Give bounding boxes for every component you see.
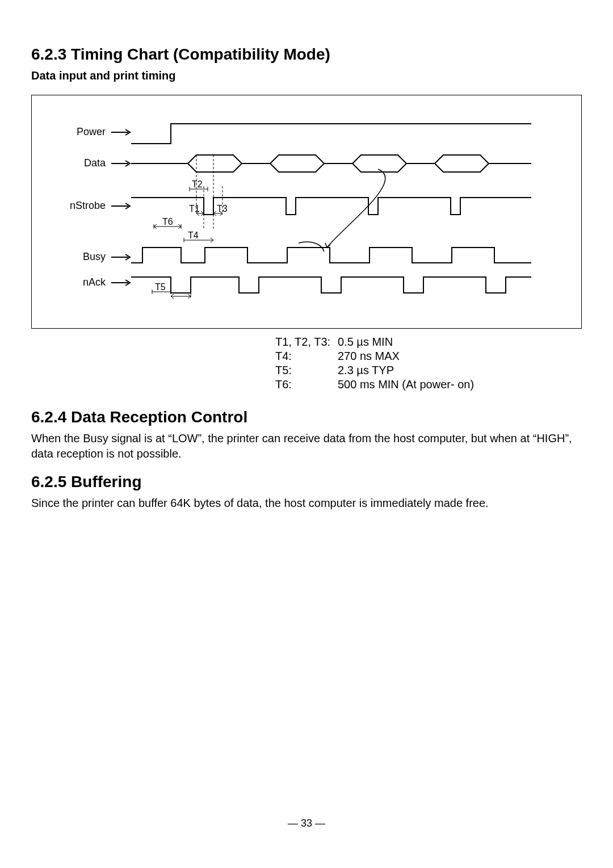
connector-arrow [327, 169, 385, 248]
timing-svg: Power Data nStrobe T2 T1 T3 T6 [43, 112, 554, 305]
legend-row: T6: 500 ms MIN (At power- on) [275, 378, 582, 391]
legend-row: T1, T2, T3: 0.5 µs MIN [275, 336, 582, 349]
data-eye-2 [270, 155, 324, 172]
legend-val: 500 ms MIN (At power- on) [338, 378, 474, 391]
t6-label: T6 [162, 217, 173, 227]
power-label: Power [77, 126, 106, 137]
nstrobe-label: nStrobe [70, 200, 106, 211]
legend-key: T1, T2, T3: [275, 336, 338, 349]
t5-label: T5 [155, 282, 166, 292]
power-trace [131, 124, 531, 144]
section-heading: 6.2.3 Timing Chart (Compatibility Mode) [31, 45, 582, 64]
legend-row: T4: 270 ns MAX [275, 350, 582, 363]
page-number: — 33 — [31, 817, 582, 829]
section-subtitle: Data input and print timing [31, 68, 582, 83]
t2-label: T2 [192, 179, 203, 189]
legend-val: 2.3 µs TYP [338, 364, 394, 377]
timing-legend: T1, T2, T3: 0.5 µs MIN T4: 270 ns MAX T5… [275, 336, 582, 391]
data-label: Data [84, 157, 106, 169]
busy-trace [131, 248, 531, 263]
legend-row: T5: 2.3 µs TYP [275, 364, 582, 377]
nack-label: nAck [83, 276, 106, 288]
section-heading: 6.2.5 Buffering [31, 473, 582, 491]
data-eye-4 [435, 155, 489, 172]
legend-key: T5: [275, 364, 338, 377]
section-text: When the Busy signal is at “LOW”, the pr… [31, 431, 582, 462]
section-text: Since the printer can buffer 64K bytes o… [31, 496, 582, 511]
t3-label: T3 [217, 204, 228, 213]
data-eye-1 [188, 155, 242, 172]
nack-trace [131, 277, 531, 293]
section-heading: 6.2.4 Data Reception Control [31, 408, 582, 426]
t4-label: T4 [188, 230, 199, 240]
legend-val: 0.5 µs MIN [338, 336, 393, 349]
legend-key: T6: [275, 378, 338, 391]
legend-val: 270 ns MAX [338, 350, 400, 363]
busy-label: Busy [83, 251, 106, 262]
timing-diagram: Power Data nStrobe T2 T1 T3 T6 [31, 95, 582, 329]
legend-key: T4: [275, 350, 338, 363]
